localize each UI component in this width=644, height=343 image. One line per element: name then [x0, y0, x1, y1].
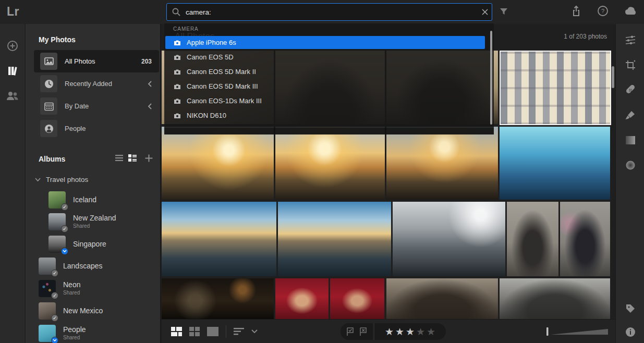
crop-icon[interactable]	[625, 60, 636, 70]
cloud-sync-icon[interactable]	[624, 6, 638, 16]
star-icon[interactable]: ★	[395, 327, 404, 337]
album-row-new-zealand[interactable]: ✓ New Zealand Shared 8	[48, 211, 161, 232]
suggestion-apple-iphone-6s[interactable]: Apple iPhone 6s	[165, 36, 485, 49]
photo-count-status: 1 of 203 photos	[564, 33, 607, 40]
synced-badge-icon: ✓	[51, 314, 58, 322]
sidebar-item-recently-added[interactable]: Recently Added	[34, 72, 159, 95]
pick-flag-icon[interactable]	[346, 327, 354, 336]
photo-thumbnail[interactable]	[275, 127, 385, 200]
photo-thumbnail-selected[interactable]	[500, 51, 611, 125]
photo-thumbnail[interactable]	[500, 127, 610, 200]
album-row-singapore[interactable]: Singapore 4	[48, 234, 161, 254]
sidebar-item-people[interactable]: People	[34, 117, 159, 140]
album-row-landscapes[interactable]: ✓ Landscapes 15	[39, 255, 161, 276]
photo-thumbnail[interactable]	[393, 202, 505, 276]
photo-thumbnail[interactable]	[330, 278, 384, 319]
star-icon[interactable]: ★	[385, 327, 394, 337]
album-row-neon[interactable]: ✓ Neon Shared 7	[39, 278, 161, 299]
chevron-down-icon	[35, 178, 41, 181]
top-bar: Lr ?	[0, 0, 644, 24]
photo-thumbnail[interactable]	[278, 202, 391, 276]
help-icon[interactable]: ?	[597, 5, 609, 17]
clear-search-icon[interactable]	[478, 5, 492, 19]
chevron-left-icon[interactable]	[148, 103, 152, 109]
star-icon[interactable]: ★	[416, 327, 425, 337]
lightroom-logo: Lr	[7, 5, 19, 19]
suggestion-label: Canon EOS 5D Mark III	[187, 82, 258, 90]
add-album-icon[interactable]	[145, 154, 153, 162]
photo-thumbnail[interactable]	[560, 202, 610, 276]
sort-icon[interactable]	[234, 328, 244, 335]
album-thumb-view-icon[interactable]	[128, 154, 137, 162]
library-icon[interactable]	[6, 65, 19, 77]
keyword-tag-icon[interactable]	[625, 303, 636, 314]
sidebar-item-label: Recently Added	[65, 80, 148, 88]
edit-sliders-icon[interactable]	[625, 35, 636, 45]
healing-brush-icon[interactable]	[625, 85, 636, 95]
filter-icon[interactable]	[499, 7, 508, 16]
album-name: Singapore	[73, 240, 106, 248]
suggestion-nikon-d610[interactable]: NIKON D610	[165, 109, 485, 122]
photo-thumbnail[interactable]	[500, 278, 610, 319]
search-box[interactable]	[166, 3, 492, 21]
star-icon[interactable]: ★	[406, 327, 415, 337]
dropdown-scrollbar[interactable]	[490, 31, 492, 125]
bottom-toolbar: ★ ★ ★ ★ ★	[162, 319, 615, 343]
camera-icon	[174, 69, 180, 75]
left-panel: My Photos All Photos 203 Recently Added …	[26, 24, 161, 343]
person-icon	[40, 120, 57, 137]
search-suggestions-dropdown: CAMERA Apple iPhone 6s Canon EOS 5D Cano…	[164, 23, 494, 134]
radial-gradient-icon[interactable]	[625, 160, 636, 170]
album-thumbnail	[48, 236, 66, 253]
suggestion-canon-eos-1ds-mark-iii[interactable]: Canon EOS-1Ds Mark III	[165, 94, 485, 107]
album-row-iceland[interactable]: ✓ Iceland 1	[48, 189, 161, 210]
photo-thumbnail[interactable]	[386, 278, 498, 319]
linear-gradient-icon[interactable]	[625, 135, 636, 145]
photo-thumbnail[interactable]	[507, 202, 558, 276]
star-icon[interactable]: ★	[427, 327, 435, 337]
people-icon[interactable]	[6, 90, 19, 102]
sidebar-item-all-photos[interactable]: All Photos 203	[34, 50, 159, 72]
square-grid-view-icon[interactable]	[189, 327, 200, 336]
thumbnail-size-slider[interactable]	[546, 327, 609, 336]
album-row-people[interactable]: People Shared 13	[39, 323, 161, 343]
synced-badge-icon: ✓	[51, 270, 58, 277]
right-rail	[615, 24, 644, 343]
shared-label: Shared	[63, 335, 161, 340]
album-folder-travel-photos[interactable]: Travel photos	[35, 176, 88, 183]
suggestion-label: NIKON D610	[187, 112, 226, 119]
suggestion-canon-eos-5d[interactable]: Canon EOS 5D	[165, 51, 485, 64]
camera-icon	[174, 113, 180, 118]
clock-icon	[40, 75, 57, 92]
album-row-new-mexico[interactable]: ✓ New Mexico 6	[39, 300, 161, 321]
sidebar-item-label: By Date	[65, 102, 148, 110]
my-photos-title: My Photos	[39, 35, 76, 44]
chevron-down-icon[interactable]	[251, 329, 258, 334]
photo-thumbnail[interactable]	[275, 278, 329, 319]
photo-thumbnail[interactable]	[386, 127, 498, 200]
album-thumbnail: ✓	[48, 213, 66, 230]
grid-scrollbar[interactable]	[612, 66, 614, 88]
photo-thumbnail[interactable]	[162, 127, 274, 200]
album-name: New Zealand	[73, 214, 161, 222]
search-input[interactable]	[186, 8, 478, 16]
share-icon[interactable]	[571, 5, 581, 17]
add-photos-icon[interactable]	[6, 40, 19, 52]
sidebar-item-by-date[interactable]: By Date	[34, 95, 159, 117]
album-name: Landscapes	[63, 262, 103, 270]
album-list-view-icon[interactable]	[115, 154, 123, 162]
albums-title: Albums	[39, 155, 65, 163]
single-photo-view-icon[interactable]	[207, 327, 218, 336]
photo-thumbnail[interactable]	[162, 278, 274, 319]
folder-label: Travel photos	[46, 176, 88, 183]
info-icon[interactable]	[625, 327, 636, 337]
suggestion-canon-eos-5d-mark-iii[interactable]: Canon EOS 5D Mark III	[165, 80, 485, 93]
photo-thumbnail[interactable]	[162, 202, 276, 276]
album-name: People	[63, 326, 161, 334]
brush-icon[interactable]	[625, 110, 636, 120]
reject-flag-icon[interactable]	[359, 327, 367, 336]
chevron-left-icon[interactable]	[148, 81, 152, 87]
synced-badge-icon: ✓	[51, 292, 58, 299]
suggestion-canon-eos-5d-mark-ii[interactable]: Canon EOS 5D Mark II	[165, 65, 485, 78]
photo-grid-view-icon[interactable]	[171, 327, 182, 336]
